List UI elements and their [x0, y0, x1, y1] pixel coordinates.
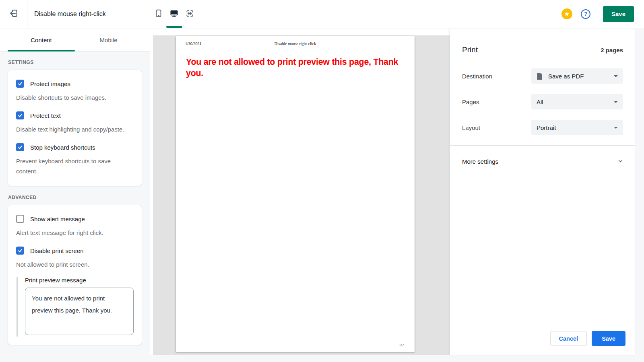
device-switcher — [151, 0, 198, 28]
document-title: Disable mouse right-click — [185, 41, 405, 46]
checkbox-description: Prevent keyboard shortcuts to save conte… — [16, 156, 134, 176]
destination-label: Destination — [462, 73, 492, 80]
mobile-preview-button[interactable] — [151, 0, 166, 28]
desktop-monitor-icon — [169, 9, 179, 20]
checkbox-description: Disable shortcuts to save images. — [16, 93, 134, 103]
page-title: Disable mouse right-click — [34, 10, 106, 18]
advanced-card: Show alert message Alert text message fo… — [8, 205, 142, 345]
checkbox-icon[interactable] — [16, 247, 24, 255]
checkbox-label: Stop keyboard shortcuts — [30, 144, 95, 151]
active-device-indicator — [166, 26, 182, 28]
settings-card: Protect images Disable shortcuts to save… — [8, 70, 142, 186]
blocked-print-message: You are not allowed to print preview thi… — [186, 56, 403, 79]
topbar: Disable mouse right-click — [0, 0, 644, 28]
checkbox-label: Show alert message — [30, 216, 85, 222]
print-dialog-header: Print 2 pages — [450, 29, 635, 54]
sidebar-content: SETTINGS Protect images Disable shortcut… — [0, 51, 150, 345]
chevron-down-icon — [618, 158, 623, 165]
print-dialog: Print 2 pages Destination Save as PDF Pa… — [450, 29, 635, 355]
tab-label: Content — [31, 37, 52, 43]
sidebar-tabs: Content Mobile — [0, 29, 150, 51]
pages-count: 2 pages — [601, 47, 623, 53]
desktop-preview-button[interactable] — [166, 0, 182, 28]
checkbox-label: Protect text — [30, 112, 61, 119]
document-page-number: 1/2 — [399, 343, 404, 347]
cancel-button[interactable]: Cancel — [550, 331, 587, 346]
pages-label: Pages — [462, 99, 479, 105]
layout-label: Layout — [462, 124, 480, 131]
checkbox-icon[interactable] — [16, 80, 24, 88]
layout-row: Layout Portrait — [450, 120, 635, 135]
pdf-document-icon — [537, 72, 543, 80]
tab-label: Mobile — [99, 37, 117, 43]
document-page: 1/30/2021 Disable mouse right-click You … — [176, 36, 415, 352]
fullwidth-arrows-icon — [185, 9, 194, 20]
tab-content[interactable]: Content — [8, 29, 75, 51]
fullwidth-preview-button[interactable] — [182, 0, 198, 28]
more-settings-label: More settings — [462, 158, 498, 165]
checkbox-description: Alert text message for right click. — [16, 228, 134, 238]
checkbox-label: Disable print screen — [30, 247, 84, 254]
print-preview-message-block: Print preview message You are not allowe… — [16, 277, 134, 337]
checkbox-label: Protect images — [30, 80, 70, 87]
checkbox-protect-images[interactable]: Protect images — [16, 80, 134, 88]
checkbox-description: Not allowed to print screen. — [16, 259, 134, 269]
layout-value: Portrait — [537, 124, 556, 131]
advanced-section-heading: ADVANCED — [8, 195, 142, 200]
print-preview-message-input[interactable]: You are not allowed to print preview thi… — [25, 288, 134, 335]
chevron-down-icon — [614, 101, 618, 103]
destination-select[interactable]: Save as PDF — [531, 68, 623, 84]
pages-value: All — [537, 99, 543, 105]
print-preview-area: 1/30/2021 Disable mouse right-click You … — [153, 35, 450, 355]
print-dialog-footer: Cancel Save — [450, 331, 635, 355]
settings-section-heading: SETTINGS — [8, 60, 142, 65]
checkbox-description: Disable text highlighting and copy/paste… — [16, 124, 134, 134]
checkbox-icon[interactable] — [16, 111, 24, 119]
destination-row: Destination Save as PDF — [450, 68, 635, 84]
chevron-down-icon — [614, 75, 618, 77]
star-rating-icon[interactable]: ★ — [561, 8, 572, 19]
chevron-down-icon — [614, 127, 618, 129]
tab-mobile[interactable]: Mobile — [75, 29, 142, 51]
print-dialog-title: Print — [462, 45, 478, 54]
pages-row: Pages All — [450, 94, 635, 109]
layout-select[interactable]: Portrait — [531, 120, 623, 135]
document-header: 1/30/2021 Disable mouse right-click — [185, 41, 405, 46]
active-tab-indicator — [8, 50, 75, 51]
more-settings-toggle[interactable]: More settings — [450, 158, 635, 165]
save-button[interactable]: Save — [603, 6, 634, 22]
smartphone-icon — [154, 9, 163, 19]
pages-select[interactable]: All — [531, 94, 623, 109]
exit-back-icon — [8, 8, 19, 20]
checkbox-icon[interactable] — [16, 215, 24, 223]
settings-sidebar: Content Mobile SETTINGS Protect images D… — [0, 29, 150, 362]
print-preview-frame: 1/30/2021 Disable mouse right-click You … — [150, 29, 635, 355]
back-button[interactable] — [0, 0, 27, 28]
divider — [450, 145, 635, 146]
checkbox-stop-keyboard-shortcuts[interactable]: Stop keyboard shortcuts — [16, 143, 134, 151]
topbar-actions: ★ ? Save — [561, 6, 644, 22]
print-save-button[interactable]: Save — [592, 331, 625, 346]
print-preview-message-label: Print preview message — [25, 277, 134, 284]
help-icon[interactable]: ? — [581, 9, 590, 19]
checkbox-icon[interactable] — [16, 143, 24, 151]
checkbox-protect-text[interactable]: Protect text — [16, 111, 134, 119]
checkbox-disable-print-screen[interactable]: Disable print screen — [16, 247, 134, 255]
checkbox-show-alert-message[interactable]: Show alert message — [16, 215, 134, 223]
destination-value: Save as PDF — [548, 73, 584, 80]
